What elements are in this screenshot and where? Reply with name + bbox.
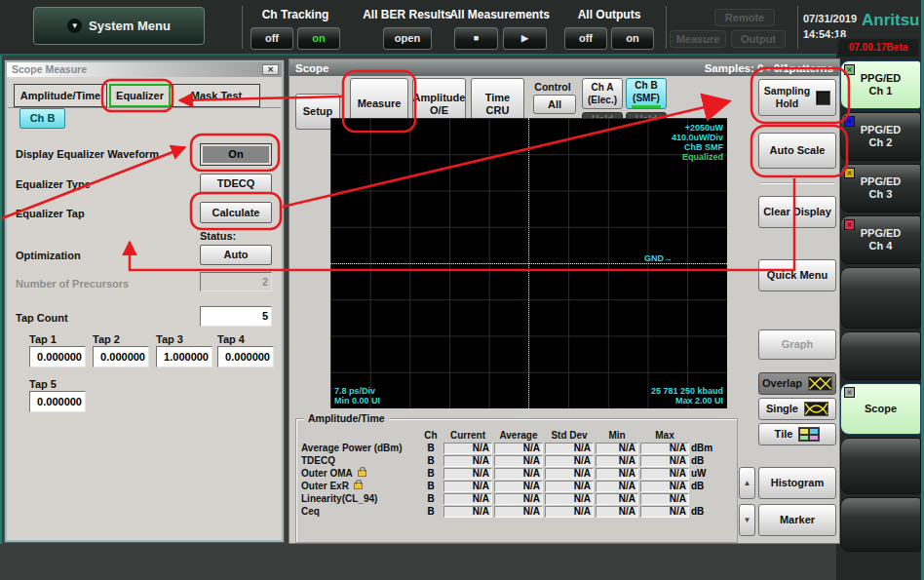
- function-key-blank[interactable]: [840, 438, 921, 494]
- outputs-off-button[interactable]: off: [564, 27, 607, 50]
- tap5-field[interactable]: 0.000000: [29, 391, 86, 412]
- system-menu-button[interactable]: ▼ System Menu: [33, 7, 205, 45]
- overlap-button[interactable]: Overlap: [758, 372, 836, 395]
- precursors-label: Number of Precursors: [16, 278, 129, 290]
- scroll-down-button[interactable]: ▼: [739, 504, 755, 536]
- time-scale-text: 7.8 ps/Div Min 0.00 UI: [334, 386, 380, 406]
- calculate-button[interactable]: Calculate: [200, 202, 272, 223]
- ch-tracking-on-button[interactable]: on: [297, 27, 340, 50]
- system-menu-label: System Menu: [89, 19, 171, 33]
- tap-count-label: Tap Count: [16, 312, 68, 324]
- function-key-ppg-ed-ch-1[interactable]: ✕PPG/EDCh 1: [840, 60, 921, 109]
- tap3-field[interactable]: 1.000000: [156, 346, 212, 367]
- lock-icon[interactable]: [358, 470, 366, 477]
- value-cell: N/A: [596, 506, 638, 518]
- row-label: Outer ExR: [301, 481, 418, 491]
- unit-cell: dBm: [691, 443, 726, 453]
- divider: [242, 6, 243, 49]
- sampling-hold-indicator[interactable]: [816, 91, 830, 105]
- tap2-field[interactable]: 0.000000: [93, 346, 149, 367]
- ch-tracking-label: Ch Tracking: [249, 8, 342, 21]
- function-key-scope[interactable]: ✕Scope: [840, 383, 921, 435]
- auto-scale-button[interactable]: Auto Scale: [758, 133, 836, 169]
- value-cell: N/A: [640, 506, 689, 518]
- scope-window-title: Scope: [295, 62, 329, 74]
- unit-cell: dB: [691, 455, 726, 466]
- value-cell: N/A: [545, 506, 594, 518]
- ch-tracking-off-button[interactable]: off: [250, 27, 293, 50]
- value-cell: N/A: [640, 455, 689, 467]
- tab-mask-test[interactable]: Mask Test: [173, 84, 260, 107]
- table-header-cell: Current: [443, 430, 492, 441]
- play-icon[interactable]: ▶: [503, 27, 547, 50]
- optimization-label: Optimization: [16, 250, 81, 261]
- scope-window: Scope Samples: 0 - 0/1patterns Setup Mea…: [289, 58, 840, 544]
- tile-button[interactable]: Tile: [758, 423, 836, 445]
- channel-b-button[interactable]: Ch B: [19, 108, 65, 129]
- button-line: Time: [485, 92, 510, 104]
- tab-amplitude-time[interactable]: Amplitude/Time: [14, 84, 107, 107]
- divider: [666, 6, 667, 49]
- tap-count-field[interactable]: 5: [200, 306, 272, 327]
- function-key-ppg-ed-ch-2[interactable]: ✕PPG/EDCh 2: [840, 112, 921, 161]
- value-cell: N/A: [596, 455, 638, 467]
- scope-title-bar: Scope Samples: 0 - 0/1patterns: [289, 59, 839, 76]
- tap1-field[interactable]: 0.000000: [29, 346, 86, 367]
- precursors-field[interactable]: 2: [200, 272, 272, 291]
- row-label: Ceq: [301, 506, 418, 517]
- tap3-label: Tap 3: [156, 333, 183, 345]
- histogram-button[interactable]: Histogram: [758, 467, 836, 499]
- divider: [797, 6, 798, 49]
- function-key-blank[interactable]: [840, 267, 921, 329]
- value-cell: N/A: [443, 506, 492, 518]
- tile-layout-icon: [798, 427, 820, 442]
- row-label: TDECQ: [301, 455, 418, 466]
- tap2-label: Tap 2: [93, 333, 120, 345]
- ch-b-button[interactable]: Ch B (SMF): [626, 78, 667, 109]
- function-key-label: Scope: [865, 403, 897, 415]
- tab-equalizer[interactable]: Equalizer: [109, 84, 171, 107]
- value-cell: N/A: [596, 481, 638, 492]
- function-key-ppg-ed-ch-3[interactable]: ✕PPG/EDCh 3: [840, 164, 921, 213]
- marker-button[interactable]: Marker: [758, 504, 836, 536]
- table-row: Average Power (dBm)BN/AN/AN/AN/AN/AdBm: [301, 442, 732, 454]
- all-measurements-label: All Measurements: [443, 8, 556, 21]
- close-icon[interactable]: ✕: [262, 64, 279, 75]
- table-header-cell: Ch: [420, 430, 442, 441]
- value-cell: N/A: [640, 493, 689, 505]
- ch-a-button[interactable]: Ch A (Elec.): [582, 78, 623, 109]
- button-line: Tile: [775, 428, 793, 441]
- graph-button[interactable]: Graph: [758, 329, 836, 360]
- eye-diagram-single-icon: [804, 402, 828, 416]
- clear-display-button[interactable]: Clear Display: [758, 196, 836, 228]
- function-key-blank[interactable]: [840, 331, 921, 380]
- channel-cell: B: [420, 443, 442, 453]
- scroll-up-button[interactable]: ▲: [739, 467, 755, 499]
- value-cell: N/A: [494, 506, 543, 518]
- active-channel-underline: [632, 105, 661, 108]
- outputs-on-button[interactable]: on: [611, 27, 654, 50]
- value-cell: N/A: [443, 481, 492, 492]
- display-eq-on-button[interactable]: On: [200, 143, 272, 166]
- equalizer-type-button[interactable]: TDECQ: [200, 174, 272, 194]
- lock-icon[interactable]: [354, 483, 363, 489]
- function-key-sidebar: 07.00.17Beta ✕PPG/EDCh 1✕PPG/EDCh 2✕PPG/…: [836, 37, 921, 580]
- stop-icon[interactable]: ■: [454, 27, 498, 50]
- value-cell: N/A: [596, 493, 638, 505]
- unit-cell: dB: [691, 506, 726, 517]
- firmware-version-text: 07.00.17Beta: [838, 39, 918, 57]
- single-button[interactable]: Single: [758, 398, 836, 420]
- equalized-label: Equalized: [672, 152, 723, 162]
- function-key-ppg-ed-ch-4[interactable]: ✕PPG/EDCh 4: [840, 215, 921, 264]
- value-cell: N/A: [443, 493, 492, 505]
- output-indicator: Output: [731, 30, 786, 48]
- control-ch-all-button[interactable]: All: [533, 95, 576, 114]
- eye-diagram-badge-icon: ✕: [844, 387, 855, 398]
- tap4-field[interactable]: 0.000000: [217, 346, 274, 367]
- value-cell: N/A: [545, 481, 594, 492]
- optimization-auto-button[interactable]: Auto: [200, 245, 272, 265]
- quick-menu-button[interactable]: Quick Menu: [758, 259, 836, 291]
- ber-open-button[interactable]: open: [383, 27, 432, 50]
- function-key-blank[interactable]: [840, 497, 921, 552]
- sampling-hold-button[interactable]: SamplingHold: [758, 79, 836, 116]
